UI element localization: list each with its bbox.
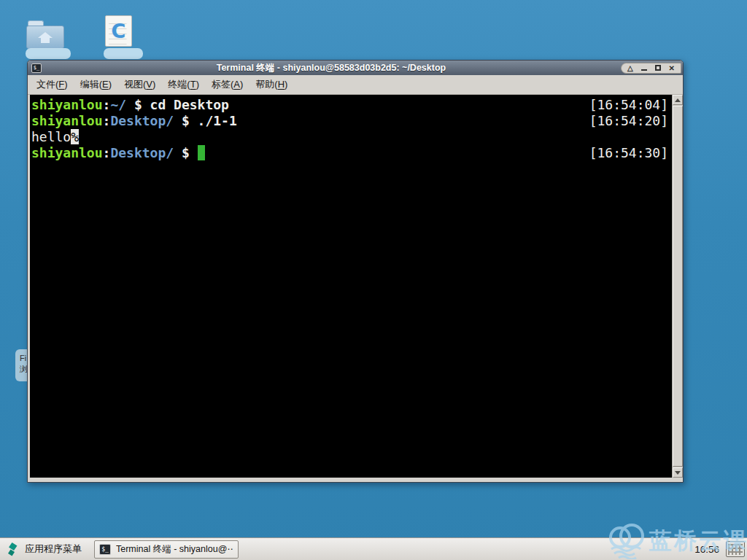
terminal-window: $_ Terminal 终端 - shiyanlou@58583d03b2d5:…	[27, 60, 684, 483]
terminal-segment-cmd: $ cd Desktop	[126, 97, 229, 112]
terminal-segment-inverse: %	[71, 129, 79, 144]
terminal-timestamp: [16:54:30]	[589, 145, 668, 161]
up-arrow-icon	[675, 98, 681, 102]
keyboard-indicator-icon[interactable]	[726, 541, 745, 557]
home-folder-label[interactable]	[26, 48, 71, 59]
c-file-letter: C	[112, 20, 126, 42]
menu-item-help[interactable]: 帮助(H)	[255, 78, 287, 91]
terminal-scrollbar[interactable]	[672, 95, 683, 478]
window-title: Terminal 终端 - shiyanlou@58583d03b2d5: ~/…	[42, 62, 621, 74]
terminal-segment-cmd: $ ./1-1	[174, 113, 237, 128]
terminal-segment-plain: :	[103, 97, 111, 112]
scroll-down-button[interactable]	[673, 467, 683, 478]
desktop-icon-home-folder[interactable]	[26, 20, 64, 49]
window-bottom-border	[28, 478, 683, 482]
terminal-timestamp: [16:54:20]	[589, 113, 668, 129]
terminal-line: shiyanlou:Desktop/ $ [16:54:30]	[31, 145, 672, 161]
terminal-segment-plain: :	[103, 113, 111, 128]
maximize-icon	[655, 65, 661, 71]
terminal-segment-cmd: $	[174, 145, 198, 160]
c-file-label[interactable]	[104, 48, 143, 59]
terminal-timestamp: [16:54:04]	[589, 97, 668, 113]
terminal-segment-user: shiyanlou	[31, 145, 103, 160]
terminal-line: hello%	[31, 129, 672, 145]
window-titlebar[interactable]: $_ Terminal 终端 - shiyanlou@58583d03b2d5:…	[28, 61, 683, 75]
home-folder-icon	[26, 26, 64, 49]
terminal-line: shiyanlou:Desktop/ $ ./1-1[16:54:20]	[31, 113, 672, 129]
taskbar: 应用程序菜单 $_ Terminal 终端 - shiyanlou@⋯ 16:5…	[0, 537, 747, 560]
clock[interactable]: 16:56	[694, 544, 719, 555]
terminal-segment-path: ~/	[110, 97, 126, 112]
applications-menu-label: 应用程序菜单	[25, 542, 82, 556]
terminal-segment-plain: :	[103, 145, 111, 160]
c-source-file-icon: C	[105, 15, 132, 47]
menu-item-view[interactable]: 视图(V)	[124, 78, 155, 91]
terminal-task-button[interactable]: $_ Terminal 终端 - shiyanlou@⋯	[94, 540, 239, 559]
terminal-segment-out: hello	[31, 129, 71, 144]
menu-item-edit[interactable]: 编辑(E)	[80, 78, 112, 91]
terminal-task-icon: $_	[99, 544, 111, 555]
terminal-segment-path: Desktop/	[110, 145, 174, 160]
maximize-button[interactable]	[655, 65, 661, 71]
minimize-button[interactable]	[641, 65, 647, 71]
firefox-label-line1: Fi	[20, 354, 26, 362]
menu-item-terminal[interactable]: 终端(T)	[168, 78, 199, 91]
keyboard-keys-texture	[728, 544, 743, 555]
scroll-up-button[interactable]	[673, 95, 683, 105]
minimize-icon	[641, 65, 647, 71]
desktop-icon-c-file[interactable]: C	[105, 15, 132, 47]
applications-menu-button[interactable]: 应用程序菜单	[0, 538, 91, 560]
folder-tab	[28, 20, 44, 26]
terminal-segment-path: Desktop/	[110, 113, 174, 128]
menu-item-file[interactable]: 文件(F)	[36, 78, 68, 91]
terminal-cursor	[198, 145, 206, 160]
terminal-segment-user: shiyanlou	[31, 113, 103, 128]
window-controls: △ ✕	[621, 63, 681, 74]
menu-bar: 文件(F)编辑(E)视图(V)终端(T)标签(A)帮助(H)	[28, 75, 683, 95]
down-arrow-icon	[675, 471, 681, 475]
house-icon	[37, 31, 53, 44]
shade-button[interactable]: △	[627, 63, 633, 73]
shiyanlou-logo-icon	[7, 542, 18, 556]
close-button[interactable]: ✕	[669, 63, 675, 73]
terminal-content-row: shiyanlou:~/ $ cd Desktop[16:54:04]shiya…	[28, 95, 683, 478]
terminal-segment-user: shiyanlou	[31, 97, 103, 112]
terminal-screen[interactable]: shiyanlou:~/ $ cd Desktop[16:54:04]shiya…	[30, 95, 672, 478]
terminal-app-icon: $_	[31, 63, 42, 73]
menu-item-tabs[interactable]: 标签(A)	[212, 78, 243, 91]
terminal-task-label: Terminal 终端 - shiyanlou@⋯	[116, 543, 233, 556]
scrollbar-thumb[interactable]	[673, 106, 683, 467]
terminal-line: shiyanlou:~/ $ cd Desktop[16:54:04]	[31, 97, 672, 113]
